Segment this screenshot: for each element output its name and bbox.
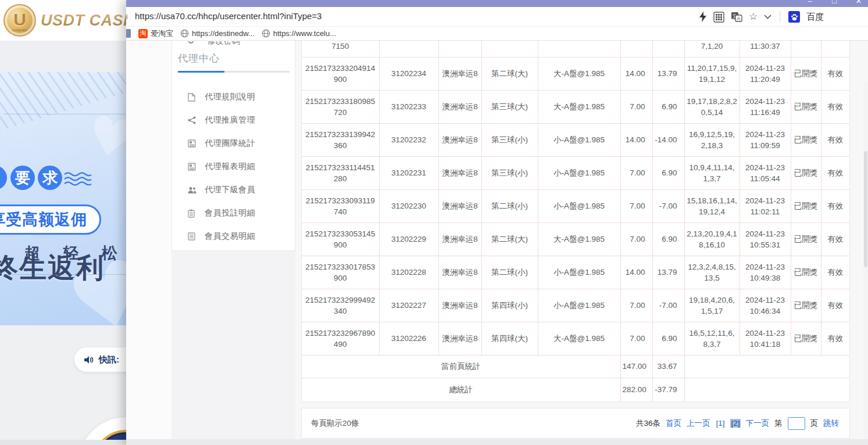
clipboard-icon — [188, 209, 197, 218]
cell-time: 2024-11-23 10:46:34 — [740, 289, 791, 322]
cell-result: 12,3,2,4,8,15,13,5 — [684, 256, 740, 289]
cell-issue: 31202232 — [379, 123, 438, 156]
summary-label: 總統計 — [302, 378, 620, 401]
table-row: 215217323301785390031202228澳洲幸运8第二球(小)小-… — [302, 256, 849, 289]
search-engine-label[interactable]: 百度 — [806, 12, 824, 23]
apps-grid-icon[interactable] — [713, 12, 724, 23]
sidebar-item-clipped[interactable]: ⚙修改密碼 — [187, 41, 286, 49]
agent-sidebar: ⚙修改密碼 代理中心 代理規則說明 代理推廣管理 — [172, 41, 295, 251]
favicon-fragment: i — [126, 13, 129, 20]
news-label: 快訊: — [99, 354, 119, 365]
prev-page-link[interactable]: 上一页 — [687, 418, 710, 429]
bookmark-link[interactable]: https://destinedw... — [180, 29, 255, 38]
cell-issue: 31202234 — [379, 57, 438, 90]
sidebar-item-team-stats[interactable]: 代理團隊統計 — [172, 135, 296, 152]
url-input[interactable]: https://usa70.cc/hhcp/usercenter.html?in… — [135, 11, 322, 21]
jump-action-link[interactable]: 跳转 — [823, 418, 839, 429]
translate-icon[interactable]: 文 A — [731, 12, 742, 22]
page-size-label: 每頁顯示20條 — [311, 418, 359, 429]
cell-amount: 14.00 — [620, 256, 652, 289]
divider — [3, 274, 135, 275]
cell-content: 小-A盤@1.985 — [538, 289, 620, 322]
bookmark-link[interactable]: https://www.tcelu... — [262, 29, 336, 38]
cell-content: 大-A盤@1.985 — [538, 222, 620, 256]
next-page-link[interactable]: 下一页 — [746, 418, 770, 429]
cell-game: 澳洲幸运8 — [438, 123, 481, 156]
page-number-1[interactable]: [1] — [715, 419, 725, 428]
maximize-button[interactable]: □ — [830, 0, 839, 6]
divider — [780, 11, 780, 23]
cell-time: 2024-11-23 11:09:59 — [740, 123, 791, 156]
cell-result: 19,18,4,20,6,1,5,17 — [684, 289, 740, 322]
cell-winloss: -7.00 — [652, 289, 684, 322]
taobao-icon: 淘 — [138, 29, 148, 38]
browser-titlebar[interactable]: – □ ✕ — [126, 0, 868, 7]
report-icon — [188, 163, 197, 171]
cell-valid: 有效 — [821, 289, 849, 322]
cell-game: 澳洲幸运8 — [438, 57, 481, 90]
cell-content: 大-A盤@1.985 — [538, 57, 620, 90]
cell-order: 2152173232999492340 — [302, 289, 379, 322]
table-row: 215217323311445128031202231澳洲幸运8第三球(小)小-… — [302, 156, 849, 189]
summary-amount: 147.00 — [620, 355, 652, 378]
bookmark-icon-fragment[interactable] — [126, 29, 131, 38]
summary-amount: 282.00 — [620, 378, 652, 401]
cell-play: 第三球(大) — [481, 90, 538, 123]
speaker-icon — [84, 356, 94, 364]
cell-time: 2024-11-23 10:49:38 — [740, 256, 791, 289]
cell-play: 第二球(小) — [481, 189, 538, 222]
cell-result: 11,20,17,15,9,19,1,12 — [684, 57, 740, 90]
cell-result: 7,1,20 — [684, 41, 740, 57]
cell-time: 2024-11-23 10:55:31 — [740, 222, 791, 256]
baidu-icon[interactable] — [788, 11, 800, 23]
cell-content: 小-A盤@1.985 — [538, 123, 620, 156]
page-jump-input[interactable] — [788, 417, 805, 430]
bet-records-table: 7150 7,1,20 11:30:37 2152173233204914900… — [301, 41, 850, 402]
cell-time: 11:30:37 — [740, 41, 791, 57]
cell-result: 15,18,16,1,14,19,12,4 — [684, 189, 740, 222]
chevron-down-icon[interactable] — [764, 15, 771, 19]
cell-order: 2152173233204914900 — [302, 57, 379, 90]
first-page-link[interactable]: 首页 — [666, 418, 681, 429]
bookmark-star-icon[interactable]: ☆ — [749, 11, 758, 23]
promo-banner: ♥ ♥ 终生返利 要 求 享受高额返佣 超 轻 松 — [0, 72, 140, 325]
minimize-button[interactable]: – — [805, 0, 815, 6]
browser-window: – □ ✕ i https://usa70.cc/hhcp/usercenter… — [126, 0, 868, 445]
cell-valid: 有效 — [821, 222, 849, 256]
sidebar-background — [172, 250, 295, 439]
banner-badge: 求 — [38, 166, 62, 190]
cell-valid: 有效 — [821, 189, 849, 222]
sidebar-item-report-detail[interactable]: 代理報表明細 — [172, 159, 296, 175]
divider — [3, 114, 135, 114]
cell-order: 2152173233114451280 — [302, 156, 379, 189]
summary-winloss: -37.79 — [652, 378, 684, 401]
close-button[interactable]: ✕ — [854, 0, 863, 6]
lightning-icon[interactable] — [699, 12, 707, 22]
cell-amount: 14.00 — [620, 57, 652, 90]
cell-amount: 7.00 — [620, 189, 652, 222]
cell-order: 2152173233017853900 — [302, 256, 379, 289]
sidebar-item-downline-members[interactable]: 代理下級會員 — [172, 182, 296, 198]
page-number-2-active[interactable]: [2] — [730, 419, 740, 428]
sidebar-item-member-bets[interactable]: 會員投註明細 — [172, 205, 296, 221]
cell-result: 2,13,20,19,4,18,16,10 — [684, 222, 740, 256]
cell-amount: 7.00 — [620, 222, 652, 256]
summary-label: 當前頁統計 — [302, 355, 620, 378]
header-spacer — [0, 41, 140, 72]
cell-winloss: 6.90 — [652, 156, 684, 189]
cell-amount: 7.00 — [620, 156, 652, 189]
cell-status: 已開獎 — [791, 123, 821, 156]
cell-game: 澳洲幸运8 — [438, 289, 481, 322]
sidebar-item-agent-promotion[interactable]: 代理推廣管理 — [172, 112, 296, 128]
table-row: 215217323313994236031202232澳洲幸运8第三球(小)小-… — [302, 123, 849, 156]
bookmark-taobao[interactable]: 淘 爱淘宝 — [138, 28, 173, 39]
vertical-scrollbar[interactable] — [863, 81, 868, 439]
table-row: 215217323320491490031202234澳洲幸运8第二球(大)大-… — [302, 57, 849, 90]
cell-status: 已開獎 — [791, 256, 821, 289]
cell-valid: 有效 — [821, 123, 849, 156]
bet-table-body: 7150 7,1,20 11:30:37 2152173233204914900… — [302, 41, 849, 401]
sidebar-item-agent-rules[interactable]: 代理規則說明 — [172, 89, 296, 105]
cell-play: 第四球(小) — [481, 289, 538, 322]
sidebar-item-member-transactions[interactable]: 會員交易明細 — [172, 228, 296, 245]
cell-valid: 有效 — [821, 322, 849, 355]
